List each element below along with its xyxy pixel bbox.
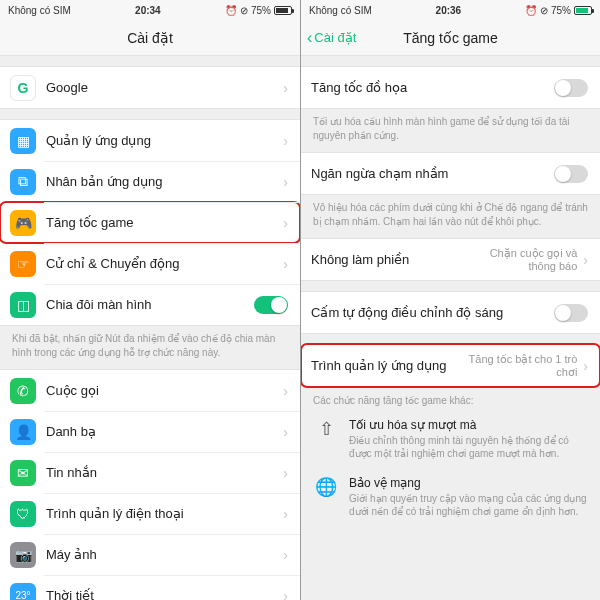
row-label: Tăng tốc game (46, 215, 277, 230)
feature-desc: Giới hạn quyền truy cập vào mạng của các… (349, 492, 588, 518)
row-weather[interactable]: 23° Thời tiết › (0, 575, 300, 600)
graphics-hint: Tối ưu hóa cấu hình màn hình game để sử … (301, 109, 600, 142)
row-mistouch-prevent[interactable]: Ngăn ngừa chạm nhầm (301, 153, 600, 194)
settings-group-apps: ✆ Cuộc gọi › 👤 Danh bạ › ✉ Tin nhắn › 🛡 … (0, 369, 300, 600)
feature-smooth: ⇧ Tối ưu hóa sự mượt mà Điều chỉnh thông… (301, 410, 600, 468)
game-boost-screen: Không có SIM 20:36 ⏰ ⊘ 75% ‹ Cài đặt Tăn… (300, 0, 600, 600)
row-label: Google (46, 80, 277, 95)
brightness-toggle[interactable] (554, 304, 588, 322)
alarm-icon: ⏰ (225, 5, 237, 16)
chevron-right-icon: › (283, 174, 288, 190)
status-icons: ⏰ ⊘ 75% (225, 5, 292, 16)
navbar: Cài đặt (0, 20, 300, 56)
group-mistouch: Ngăn ngừa chạm nhầm (301, 152, 600, 195)
settings-screen: Không có SIM 20:34 ⏰ ⊘ 75% Cài đặt G Goo… (0, 0, 300, 600)
clock: 20:36 (372, 5, 525, 16)
status-bar: Không có SIM 20:34 ⏰ ⊘ 75% (0, 0, 300, 20)
row-label: Tin nhắn (46, 465, 277, 480)
page-title: Cài đặt (127, 30, 173, 46)
clone-icon: ⧉ (10, 169, 36, 195)
back-label: Cài đặt (314, 30, 356, 45)
row-label: Cử chỉ & Chuyển động (46, 256, 277, 271)
row-contacts[interactable]: 👤 Danh bạ › (0, 411, 300, 452)
row-label: Ngăn ngừa chạm nhầm (311, 166, 554, 181)
row-label: Trình quản lý điện thoại (46, 506, 277, 521)
status-bar: Không có SIM 20:36 ⏰ ⊘ 75% (301, 0, 600, 20)
chevron-right-icon: › (283, 383, 288, 399)
chevron-right-icon: › (283, 133, 288, 149)
battery-icon (274, 6, 292, 15)
gesture-icon: ☞ (10, 251, 36, 277)
feature-title: Tối ưu hóa sự mượt mà (349, 418, 588, 432)
battery-charging-icon (574, 6, 592, 15)
settings-group-google: G Google › (0, 66, 300, 109)
row-label: Nhân bản ứng dụng (46, 174, 277, 189)
row-camera[interactable]: 📷 Máy ảnh › (0, 534, 300, 575)
row-label: Thời tiết (46, 588, 277, 600)
chevron-right-icon: › (283, 256, 288, 272)
gamepad-icon: 🎮 (10, 210, 36, 236)
alarm-icon: ⏰ (525, 5, 537, 16)
row-phone-manager[interactable]: 🛡 Trình quản lý điện thoại › (0, 493, 300, 534)
chevron-right-icon: › (283, 547, 288, 563)
row-graphics-boost[interactable]: Tăng tốc đồ họa (301, 67, 600, 108)
mistouch-hint: Vô hiệu hóa các phím dưới cùng khi ở Chế… (301, 195, 600, 228)
row-label: Không làm phiền (311, 252, 456, 267)
chevron-right-icon: › (283, 424, 288, 440)
row-gestures[interactable]: ☞ Cử chỉ & Chuyển động › (0, 243, 300, 284)
camera-icon: 📷 (10, 542, 36, 568)
row-app-clone[interactable]: ⧉ Nhân bản ứng dụng › (0, 161, 300, 202)
graphics-toggle[interactable] (554, 79, 588, 97)
chevron-right-icon: › (283, 215, 288, 231)
status-icons: ⏰ ⊘ 75% (525, 5, 592, 16)
chevron-right-icon: › (283, 465, 288, 481)
group-dnd: Không làm phiền Chặn cuộc gọi và thông b… (301, 238, 600, 281)
chevron-right-icon: › (583, 358, 588, 374)
dnd-icon: ⊘ (540, 5, 548, 16)
navbar: ‹ Cài đặt Tăng tốc game (301, 20, 600, 56)
row-label: Máy ảnh (46, 547, 277, 562)
feature-title: Bảo vệ mạng (349, 476, 588, 490)
row-google[interactable]: G Google › (0, 67, 300, 108)
row-lock-brightness[interactable]: Cấm tự động điều chỉnh độ sáng (301, 292, 600, 333)
chevron-right-icon: › (283, 80, 288, 96)
back-button[interactable]: ‹ Cài đặt (307, 30, 356, 46)
row-label: Trình quản lý ứng dụng (311, 358, 456, 373)
group-graphics: Tăng tốc đồ họa (301, 66, 600, 109)
row-label: Chia đôi màn hình (46, 297, 254, 312)
carrier-text: Không có SIM (309, 5, 372, 16)
battery-percent: 75% (551, 5, 571, 16)
split-screen-hint: Khi đã bật, nhấn giữ Nút đa nhiệm để vào… (0, 326, 300, 359)
chevron-right-icon: › (583, 252, 588, 268)
shield-icon: 🛡 (10, 501, 36, 527)
feature-desc: Điều chỉnh thông minh tài nguyên hệ thốn… (349, 434, 588, 460)
rocket-icon: ⇧ (313, 418, 339, 460)
chevron-right-icon: › (283, 506, 288, 522)
google-icon: G (10, 75, 36, 101)
row-label: Cuộc gọi (46, 383, 277, 398)
page-title: Tăng tốc game (403, 30, 498, 46)
row-split-screen[interactable]: ◫ Chia đôi màn hình (0, 284, 300, 325)
feature-network: 🌐 Bảo vệ mạng Giới hạn quyền truy cập và… (301, 468, 600, 526)
row-app-manager[interactable]: Trình quản lý ứng dụng Tăng tốc bật cho … (301, 345, 600, 386)
app-manager-value: Tăng tốc bật cho 1 trò chơi (462, 353, 577, 379)
row-dnd[interactable]: Không làm phiền Chặn cuộc gọi và thông b… (301, 239, 600, 280)
carrier-text: Không có SIM (8, 5, 71, 16)
row-app-management[interactable]: ▦ Quản lý ứng dụng › (0, 120, 300, 161)
split-screen-toggle[interactable] (254, 296, 288, 314)
chevron-right-icon: › (283, 588, 288, 601)
phone-icon: ✆ (10, 378, 36, 404)
mistouch-toggle[interactable] (554, 165, 588, 183)
row-label: Quản lý ứng dụng (46, 133, 277, 148)
row-label: Cấm tự động điều chỉnh độ sáng (311, 305, 554, 320)
dnd-icon: ⊘ (240, 5, 248, 16)
row-game-boost[interactable]: 🎮 Tăng tốc game › (0, 202, 300, 243)
row-label: Danh bạ (46, 424, 277, 439)
group-brightness: Cấm tự động điều chỉnh độ sáng (301, 291, 600, 334)
contacts-icon: 👤 (10, 419, 36, 445)
row-messages[interactable]: ✉ Tin nhắn › (0, 452, 300, 493)
group-app-manager: Trình quản lý ứng dụng Tăng tốc bật cho … (301, 344, 600, 387)
row-call[interactable]: ✆ Cuộc gọi › (0, 370, 300, 411)
globe-icon: 🌐 (313, 476, 339, 518)
messages-icon: ✉ (10, 460, 36, 486)
